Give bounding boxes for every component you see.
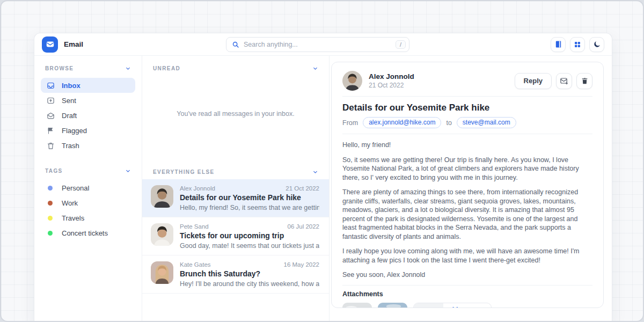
everything-else-label: EVERYTHING ELSE	[153, 169, 215, 175]
avatar	[151, 185, 173, 208]
brand: Email	[42, 36, 83, 53]
avatar	[342, 71, 362, 91]
search-box[interactable]: /	[226, 37, 409, 52]
sidebar-item-label: Sent	[62, 97, 76, 105]
email-date: 06 Jul 2022	[288, 223, 319, 230]
attachment-file-card[interactable]: videos-hike.zip 100 MB	[413, 303, 492, 309]
folder-icon	[414, 303, 443, 309]
tag-label: Travels	[62, 214, 84, 222]
reply-button[interactable]: Reply	[515, 73, 552, 89]
to-label: to	[446, 119, 451, 127]
email-list-item[interactable]: Kate Gates 16 May 2022 Brunch this Satur…	[142, 255, 329, 294]
chevron-down-icon	[125, 65, 131, 71]
email-snippet: Hey! I'll be around the city this weeken…	[180, 280, 319, 288]
tag-item-concert-tickets[interactable]: Concert tickets	[41, 225, 135, 240]
browse-section-header[interactable]: BROWSE	[41, 63, 135, 74]
email-subject-title: Details for our Yosemite Park hike	[342, 103, 592, 113]
sender-info: Alex Jonnold 21 Oct 2022	[369, 72, 414, 89]
email-subject: Tickets for our upcoming trip	[180, 231, 319, 240]
email-meta: Pete Sand 06 Jul 2022 Tickets for our up…	[180, 223, 319, 250]
sidebar-item-draft[interactable]: Draft	[41, 108, 135, 123]
chevron-down-icon	[312, 65, 318, 71]
email-snippet: Good day, mate! It seems that our ticket…	[180, 242, 319, 250]
browse-label: BROWSE	[45, 65, 74, 71]
email-date: 21 Oct 2022	[286, 185, 319, 192]
file-name: videos-hike.zip	[449, 306, 491, 309]
sidebar-item-label: Trash	[62, 142, 79, 150]
email-body: Hello, my friend! So, it seems we are ge…	[342, 141, 592, 280]
email-subject: Details for our Yosemite Park hike	[180, 193, 319, 202]
from-email-chip[interactable]: alex.jonnold@hike.com	[363, 117, 441, 128]
attachments-label: Attachments	[342, 290, 592, 298]
body-paragraph: So, it seems we are getting there! Our t…	[342, 156, 592, 182]
email-list-item[interactable]: Alex Jonnold 21 Oct 2022 Details for our…	[142, 179, 329, 217]
email-sender: Pete Sand	[180, 223, 209, 230]
email-meta: Kate Gates 16 May 2022 Brunch this Satur…	[180, 261, 319, 288]
sender-name: Alex Jonnold	[369, 72, 414, 80]
from-label: From	[342, 119, 358, 127]
dark-mode-toggle[interactable]	[589, 37, 604, 52]
unread-label: UNREAD	[153, 65, 180, 71]
unread-section-header[interactable]: UNREAD	[142, 56, 329, 76]
divider	[342, 96, 592, 97]
top-actions	[551, 37, 604, 52]
delete-button[interactable]	[576, 73, 592, 89]
attachment-image-valley[interactable]	[342, 303, 372, 309]
tag-color-dot	[48, 201, 53, 206]
body-paragraph: Hello, my friend!	[342, 141, 592, 150]
tag-color-dot	[48, 216, 53, 221]
search-icon	[232, 41, 239, 48]
divider	[342, 285, 592, 286]
addressbook-button[interactable]	[551, 37, 566, 52]
from-to-row: From alex.jonnold@hike.com to steve@mail…	[342, 117, 592, 128]
apps-grid-button[interactable]	[570, 37, 585, 52]
email-sender: Alex Jonnold	[180, 185, 215, 192]
inbox-icon	[46, 82, 55, 90]
body-paragraph: I really hope you love coming along with…	[342, 247, 592, 265]
email-meta: Alex Jonnold 21 Oct 2022 Details for our…	[180, 185, 319, 211]
sidebar-item-label: Draft	[62, 112, 77, 120]
tag-item-personal[interactable]: Personal	[41, 180, 135, 195]
main-columns: BROWSE Inbox	[34, 56, 612, 322]
tag-label: Work	[62, 199, 78, 207]
page-background: Email /	[0, 0, 644, 322]
to-email-chip[interactable]: steve@mail.com	[457, 117, 516, 128]
everything-else-section-header[interactable]: EVERYTHING ELSE	[142, 159, 329, 179]
tag-item-work[interactable]: Work	[41, 195, 135, 210]
email-app-window: Email /	[34, 33, 612, 322]
attachment-image-half-dome[interactable]	[378, 303, 407, 309]
body-paragraph: There are plenty of amazing things to se…	[342, 188, 592, 241]
tags-nav: Personal Work Travels Concert tickets	[41, 180, 135, 240]
attachments-row: videos-hike.zip 100 MB	[342, 303, 592, 309]
divider	[342, 134, 592, 134]
tags-section-header[interactable]: TAGS	[41, 166, 135, 176]
sender-date: 21 Oct 2022	[369, 82, 414, 89]
email-detail-header: Alex Jonnold 21 Oct 2022 Reply	[342, 71, 592, 91]
sidebar: BROWSE Inbox	[34, 56, 142, 322]
email-detail-card: Alex Jonnold 21 Oct 2022 Reply	[331, 62, 604, 308]
email-logo-icon	[42, 36, 58, 53]
top-bar: Email /	[34, 33, 612, 56]
sidebar-item-sent[interactable]: Sent	[41, 93, 135, 108]
draft-icon	[46, 112, 55, 120]
chevron-down-icon	[125, 168, 131, 174]
email-subject: Brunch this Saturday?	[180, 269, 319, 278]
search-input[interactable]	[244, 41, 391, 48]
unread-empty-message: You've read all messages in your inbox.	[142, 76, 329, 152]
tag-color-dot	[48, 231, 53, 236]
sidebar-item-label: Flagged	[62, 127, 87, 135]
tag-label: Personal	[62, 184, 89, 192]
sidebar-item-trash[interactable]: Trash	[41, 138, 135, 153]
flag-icon	[46, 127, 55, 135]
sidebar-item-inbox[interactable]: Inbox	[41, 78, 135, 93]
tag-color-dot	[48, 186, 53, 191]
tag-item-travels[interactable]: Travels	[41, 210, 135, 225]
reading-pane: Alex Jonnold 21 Oct 2022 Reply	[330, 56, 612, 322]
forward-mail-button[interactable]	[556, 73, 572, 89]
message-list-column: UNREAD You've read all messages in your …	[142, 56, 330, 322]
email-list-item[interactable]: Pete Sand 06 Jul 2022 Tickets for our up…	[142, 217, 329, 255]
sidebar-item-flagged[interactable]: Flagged	[41, 123, 135, 138]
trash-icon	[46, 142, 55, 150]
chevron-down-icon	[312, 169, 318, 175]
avatar	[151, 261, 173, 284]
